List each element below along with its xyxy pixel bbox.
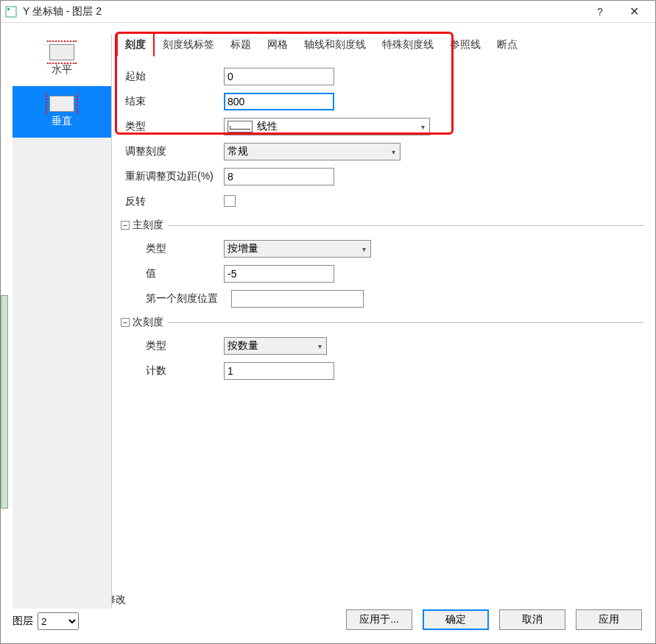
svg-rect-1	[7, 8, 10, 10]
tab-breaks[interactable]: 断点	[489, 33, 526, 57]
label-major-value: 值	[121, 267, 224, 280]
tab-reference-lines[interactable]: 参照线	[442, 33, 489, 57]
window-title: Y 坐标轴 - 图层 2	[23, 5, 583, 18]
titlebar: Y 坐标轴 - 图层 2 ? ✕	[1, 1, 655, 23]
input-first-tick[interactable]	[231, 290, 364, 308]
legend-major: 主刻度	[133, 219, 163, 232]
sidebar-item-label: 垂直	[52, 115, 72, 128]
group-major-ticks: − 主刻度 类型 按增量 ▾ 值	[121, 219, 643, 311]
label-type: 类型	[121, 120, 224, 133]
scale-form: 起始 结束 类型 线性 ▾	[121, 64, 643, 383]
sidebar-item-horizontal[interactable]: 水平	[13, 35, 111, 86]
label-end: 结束	[121, 95, 224, 108]
tab-ticklabels[interactable]: 刻度线标签	[155, 33, 222, 57]
input-margin[interactable]	[224, 168, 334, 185]
linear-icon	[228, 121, 253, 132]
tab-scale[interactable]: 刻度	[116, 32, 155, 57]
input-end[interactable]	[224, 93, 334, 110]
label-start: 起始	[121, 70, 224, 83]
input-major-value[interactable]	[224, 265, 334, 283]
horizontal-axis-icon	[49, 44, 74, 60]
label-reverse: 反转	[121, 195, 224, 208]
close-button[interactable]: ✕	[617, 1, 651, 23]
combo-adjust[interactable]: 常规 ▾	[224, 143, 401, 160]
settings-pane: 刻度 刻度线标签 标题 网格 轴线和刻度线 特殊刻度线 参照线 断点 起始 结束	[112, 23, 655, 643]
tab-title[interactable]: 标题	[222, 33, 259, 57]
label-major-type: 类型	[121, 242, 224, 255]
label-margin: 重新调整页边距(%)	[121, 170, 224, 183]
combo-minor-type[interactable]: 按数量 ▾	[224, 337, 327, 355]
combo-major-type[interactable]: 按增量 ▾	[224, 240, 371, 258]
combo-scale-type[interactable]: 线性 ▾	[224, 118, 430, 135]
group-minor-ticks: − 次刻度 类型 按数量 ▾ 计数	[121, 316, 643, 383]
dialog-window: Y 坐标轴 - 图层 2 ? ✕ 水平 垂直 刻度 刻度线标签 标题 网格 轴线	[0, 0, 656, 644]
combo-minor-type-value: 按数量	[228, 339, 258, 353]
sidebar-item-label: 水平	[52, 63, 72, 77]
chevron-down-icon: ▾	[318, 342, 322, 350]
combo-major-type-value: 按增量	[228, 242, 258, 255]
collapse-toggle-minor[interactable]: −	[121, 318, 130, 327]
input-start[interactable]	[224, 68, 334, 85]
sidebar-item-vertical[interactable]: 垂直	[13, 86, 111, 138]
app-icon	[5, 6, 17, 18]
label-adjust: 调整刻度	[121, 145, 224, 158]
label-minor-type: 类型	[121, 339, 224, 353]
tab-lines-ticks[interactable]: 轴线和刻度线	[296, 33, 374, 57]
checkbox-reverse[interactable]	[224, 195, 236, 207]
content-area: 水平 垂直 刻度 刻度线标签 标题 网格 轴线和刻度线 特殊刻度线 参照线 断点	[1, 23, 655, 643]
tab-special-ticks[interactable]: 特殊刻度线	[374, 33, 442, 57]
chevron-down-icon: ▾	[392, 148, 395, 156]
help-button[interactable]: ?	[583, 1, 617, 23]
collapse-toggle-major[interactable]: −	[121, 221, 130, 230]
input-minor-count[interactable]	[224, 362, 334, 380]
label-minor-count: 计数	[121, 364, 224, 378]
label-first-tick: 第一个刻度位置	[121, 292, 231, 305]
combo-adjust-value: 常规	[228, 145, 248, 158]
combo-scale-type-value: 线性	[257, 120, 278, 133]
legend-minor: 次刻度	[133, 316, 163, 329]
chevron-down-icon: ▾	[421, 123, 425, 131]
tab-grid[interactable]: 网格	[259, 33, 296, 57]
chevron-down-icon: ▾	[362, 245, 366, 253]
vertical-axis-icon	[49, 96, 74, 112]
tab-bar: 刻度 刻度线标签 标题 网格 轴线和刻度线 特殊刻度线 参照线 断点	[112, 32, 526, 57]
axis-sidebar: 水平 垂直	[13, 35, 112, 609]
